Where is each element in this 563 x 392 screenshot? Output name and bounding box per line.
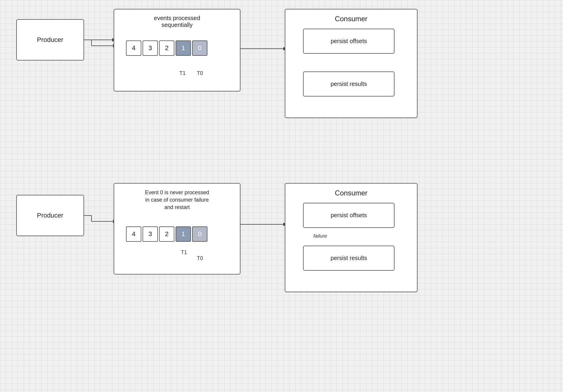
persist-results-label-top: persist results [330,81,367,87]
persist-results-top: persist results [303,71,395,97]
persist-offsets-top: persist offsets [303,29,395,54]
consumer-outer-top: Consumer persist offsets persist results [285,9,418,118]
queue-bottom: Event 0 is never processedin case of con… [114,183,240,275]
failure-label: failure [313,233,327,239]
cell-1-bottom: 1 [176,226,191,242]
producer-top: Producer [16,19,84,61]
cell-4-top: 4 [126,40,141,56]
arrows-overlay [0,0,563,392]
event-cells-top: 4 3 2 1 0 [126,40,207,56]
cell-2-top: 2 [159,40,174,56]
cell-3-bottom: 3 [143,226,158,242]
queue-top: events processedsequentially 4 3 2 1 0 [114,9,240,92]
cell-2-bottom: 2 [159,226,174,242]
producer-bottom: Producer [16,195,84,236]
t1-label-bottom: T1 [181,249,187,256]
persist-offsets-label-top: persist offsets [330,38,367,45]
consumer-label-top: Consumer [285,15,417,23]
persist-offsets-bottom: persist offsets [303,203,395,228]
diagram: Producer events processedsequentially 4 … [0,0,563,392]
queue-bottom-title: Event 0 is never processedin case of con… [114,189,240,211]
cell-0-top: 0 [192,40,207,56]
queue-top-title: events processedsequentially [114,15,240,28]
event-cells-bottom: 4 3 2 1 0 [126,226,207,242]
producer-bottom-label: Producer [37,212,63,219]
cell-4-bottom: 4 [126,226,141,242]
t1-label-top: T1 [179,70,186,76]
cell-1-top: 1 [176,40,191,56]
persist-results-label-bottom: persist results [330,255,367,262]
persist-results-bottom: persist results [303,246,395,271]
consumer-label-bottom: Consumer [285,189,417,197]
consumer-outer-bottom: Consumer persist offsets failure persist… [285,183,418,292]
persist-offsets-label-bottom: persist offsets [330,212,367,219]
t0-label-top: T0 [197,70,203,76]
t0-label-bottom: T0 [197,255,203,262]
producer-top-label: Producer [37,36,63,44]
cell-3-top: 3 [143,40,158,56]
cell-0-bottom: 0 [192,226,207,242]
